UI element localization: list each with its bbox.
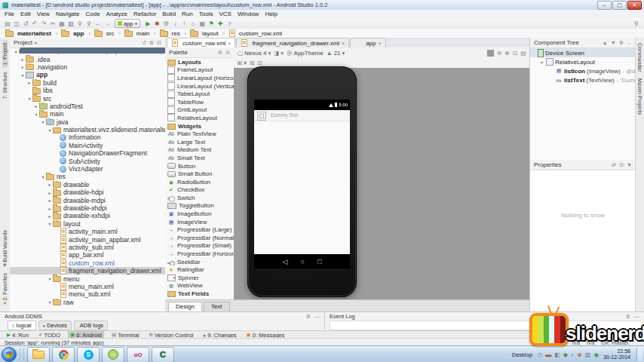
tree-expand-arrow[interactable]: ▾ <box>40 119 46 124</box>
breadcrumb-item[interactable]: main › <box>124 30 159 37</box>
toolbar-icon[interactable]: ⚑ <box>207 20 216 28</box>
tree-expand-arrow[interactable]: ▸ <box>20 57 26 62</box>
tree-item[interactable]: SubActivity <box>10 157 165 164</box>
toolbar-icon[interactable]: ▧ <box>66 20 75 28</box>
menu-item[interactable]: Help <box>262 11 280 17</box>
breadcrumb-item[interactable]: src › <box>94 30 124 37</box>
tree-item[interactable]: app_bar.xml <box>10 251 165 259</box>
tree-expand-arrow[interactable]: ▸ <box>20 64 26 69</box>
taskbar-app-button[interactable]: oO <box>127 347 149 362</box>
tree-item[interactable]: ▸ drawable-mdpi <box>10 196 165 204</box>
taskbar-app-button[interactable] <box>52 347 75 362</box>
ddms-tab[interactable]: ≡ logcat <box>8 321 36 330</box>
tree-item[interactable]: Information <box>10 133 165 141</box>
design-toolbar-icon[interactable]: ⊖ <box>497 50 501 57</box>
toolbar-icon[interactable]: ▤ <box>3 20 12 28</box>
toolbar-icon[interactable]: ▦ <box>198 20 207 28</box>
tree-item[interactable]: ▾ materialtest.vivz.slidenerd.materialte… <box>10 126 165 133</box>
sort-icon[interactable]: ⇄ <box>612 162 616 168</box>
breadcrumb-item[interactable]: app › <box>60 30 94 37</box>
component-tree-row[interactable]: ▾ RelativeLayout <box>530 57 636 66</box>
start-button[interactable] <box>2 347 17 362</box>
panel-header-icon[interactable]: — <box>314 314 320 320</box>
tree-item[interactable]: NavigationDrawerFragment <box>10 149 165 157</box>
toolbar-icon[interactable]: ◫ <box>12 20 21 28</box>
tree-expand-arrow[interactable]: ▾ <box>47 299 53 305</box>
editor-tab[interactable]: app × <box>350 38 385 48</box>
tree-item[interactable]: ▾ res <box>10 173 165 180</box>
toolbar-icon[interactable]: ✱ <box>152 20 161 28</box>
tree-item[interactable]: ▸ .navigation <box>10 63 165 71</box>
tree-expand-arrow[interactable]: ▾ <box>33 112 39 117</box>
breadcrumb-item[interactable]: materialtest › <box>5 30 60 37</box>
menu-item[interactable]: File <box>2 11 17 17</box>
palette-item[interactable]: RadioButton <box>165 178 234 186</box>
color-swatch-icon[interactable] <box>487 50 494 57</box>
palette-item[interactable]: ProgressBar (Normal) <box>165 234 234 242</box>
menu-item[interactable]: Window <box>235 11 262 17</box>
menu-item[interactable]: View <box>34 11 53 17</box>
tray-icon[interactable]: ◧ <box>554 351 560 358</box>
tree-item[interactable]: VivzAdapter <box>10 165 165 173</box>
collapse-icon[interactable]: ⊟ <box>619 162 624 168</box>
tray-icon[interactable]: ▥ <box>585 351 591 358</box>
tree-expand-arrow[interactable]: ▸ <box>26 80 32 85</box>
tree-item[interactable]: libs <box>10 87 165 94</box>
palette-item[interactable]: Small Button <box>165 170 234 178</box>
tree-expand-arrow[interactable]: ▾ <box>13 49 19 54</box>
event-log-body[interactable] <box>330 321 642 330</box>
close-icon[interactable]: × <box>342 41 345 46</box>
palette-item[interactable]: SeekBar <box>165 258 234 266</box>
palette-item[interactable]: WebView <box>165 282 234 290</box>
design-zoom-icon[interactable]: ⊟ <box>250 60 254 66</box>
palette-item[interactable]: ProgressBar (Large) <box>165 225 234 234</box>
palette-item[interactable]: TableLayout <box>165 90 234 98</box>
menu-item[interactable]: Build <box>159 11 179 17</box>
component-tree-row[interactable]: listText (TextView) - "Dummy Text" <box>530 75 636 84</box>
toolbar-icon[interactable]: → <box>103 20 112 28</box>
tool-window-button[interactable]: ✚Build Variants <box>2 228 8 270</box>
palette-item[interactable]: ProgressBar (Small) <box>165 242 234 250</box>
toolbar-icon[interactable]: ? <box>225 20 234 28</box>
palette-item[interactable]: Large Text <box>165 138 234 146</box>
breadcrumb-item[interactable]: res › <box>159 30 189 37</box>
taskbar-app-button[interactable] <box>27 347 50 362</box>
palette-item[interactable]: LinearLayout (Horizontal) <box>165 74 234 82</box>
tree-item[interactable]: ▾ src <box>10 94 165 102</box>
menu-item[interactable]: Refactor <box>130 11 159 17</box>
menu-item[interactable]: Run <box>179 11 196 17</box>
api-level-select[interactable]: ▲ 21 ▾ <box>327 50 345 57</box>
tree-item[interactable]: ▸ androidTest <box>10 103 165 110</box>
chevron-down-icon[interactable]: ▾ <box>35 40 37 45</box>
toolbar-icon[interactable]: ↶ <box>30 20 39 28</box>
menu-item[interactable]: Code <box>82 11 103 17</box>
palette-item[interactable]: CheckBox <box>165 186 234 195</box>
tree-item[interactable]: activity_sub.xml <box>10 244 165 251</box>
tree-item[interactable]: MainActivity <box>10 142 165 149</box>
panel-header-icon[interactable]: ⚙ <box>218 50 222 56</box>
tool-window-button[interactable]: 1: Project <box>2 41 8 68</box>
tree-item[interactable]: menu_sub.xml <box>10 290 165 298</box>
tray-icon[interactable]: ◆ <box>563 351 568 358</box>
close-icon[interactable]: × <box>379 41 382 46</box>
close-icon[interactable]: × <box>228 41 231 46</box>
palette-item[interactable]: Text Fields <box>165 290 234 298</box>
design-zoom-icon[interactable]: ⊡ <box>257 60 262 66</box>
tree-expand-arrow[interactable]: ▾ <box>20 72 26 78</box>
tray-icon[interactable]: ⊗ <box>577 351 582 358</box>
toolbar-icon[interactable]: ↑ <box>179 20 189 28</box>
toolbar-icon[interactable]: ⚲ <box>75 20 84 28</box>
palette-item[interactable]: Widgets <box>165 122 234 130</box>
palette-item[interactable]: ImageView <box>165 218 234 226</box>
panel-header-icon[interactable]: ▲ <box>603 40 608 46</box>
tree-item[interactable]: activity_main.xml <box>10 228 165 235</box>
palette-item[interactable]: Layouts <box>165 58 234 66</box>
editor-mode-tab[interactable]: Design <box>168 302 202 311</box>
tree-expand-arrow[interactable]: ▸ <box>33 103 39 109</box>
menu-item[interactable]: Analyze <box>103 11 130 17</box>
minimize-button[interactable]: – <box>597 1 612 10</box>
ddms-tab[interactable]: ● Devices <box>38 321 72 330</box>
menu-item[interactable]: VCS <box>216 11 234 17</box>
menu-item[interactable]: Tools <box>196 11 216 17</box>
toolbar-icon[interactable]: ✚ <box>216 20 225 28</box>
